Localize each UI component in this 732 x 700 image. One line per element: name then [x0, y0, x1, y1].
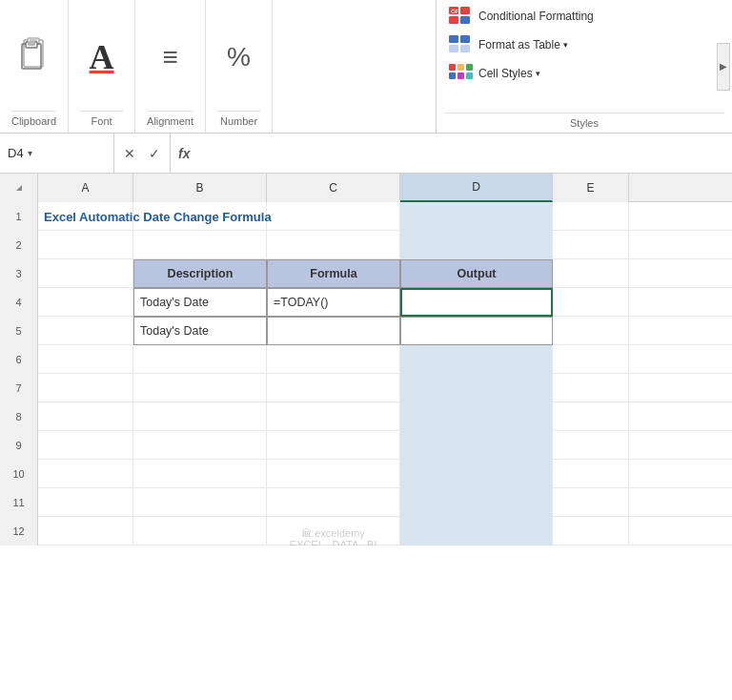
cell-e1[interactable] — [553, 202, 629, 231]
row-header-3: 3 — [0, 259, 38, 288]
ribbon-group-alignment[interactable]: ≡ Alignment — [135, 0, 206, 133]
ribbon-group-clipboard[interactable]: Clipboard — [0, 0, 69, 133]
conditional-formatting-button[interactable]: CF Conditional Formatting — [444, 4, 724, 29]
cell-c8[interactable] — [267, 402, 400, 431]
cell-b2[interactable] — [133, 231, 267, 259]
cell-b10[interactable] — [133, 460, 267, 488]
ribbon-group-number[interactable]: % Number — [206, 0, 273, 133]
name-box[interactable]: D4 ▾ — [0, 134, 114, 173]
cell-b8[interactable] — [133, 402, 267, 431]
cell-a8[interactable] — [38, 402, 133, 431]
cell-e11[interactable] — [553, 488, 629, 517]
cell-d7[interactable] — [400, 374, 553, 402]
cell-c10[interactable] — [267, 460, 400, 488]
cell-c4[interactable]: =TODAY() — [267, 288, 400, 317]
cell-c9[interactable] — [267, 431, 400, 460]
alignment-label: Alignment — [147, 111, 193, 129]
col-header-c[interactable]: C — [267, 174, 400, 202]
cell-b7[interactable] — [133, 374, 267, 402]
table-row: 11 — [0, 488, 732, 517]
cell-d5[interactable] — [400, 317, 553, 345]
cell-d12[interactable] — [400, 517, 553, 546]
cell-e5[interactable] — [553, 317, 629, 345]
row-header-6: 6 — [0, 345, 38, 374]
col-header-d[interactable]: D — [400, 174, 553, 202]
cell-a9[interactable] — [38, 431, 133, 460]
cell-c6[interactable] — [267, 345, 400, 374]
cell-c11[interactable] — [267, 488, 400, 517]
cell-d4[interactable] — [400, 288, 553, 317]
cell-b6[interactable] — [133, 345, 267, 374]
cell-c3[interactable]: Formula — [267, 259, 400, 288]
font-label: Font — [80, 111, 123, 129]
ribbon-expand-button[interactable]: ▶ — [717, 43, 730, 91]
row-header-12: 12 — [0, 517, 38, 546]
format-as-table-label: Format as Table — [478, 38, 568, 51]
ribbon-left: Clipboard A Font ≡ Alignment % Number — [0, 0, 437, 133]
name-box-chevron-icon: ▾ — [28, 148, 32, 158]
cell-e12[interactable] — [553, 517, 629, 546]
table-row: 3 Description Formula Output — [0, 259, 732, 288]
styles-items: CF Conditional Formatting Format as Tabl… — [444, 4, 724, 113]
cell-d11[interactable] — [400, 488, 553, 517]
cell-e10[interactable] — [553, 460, 629, 488]
confirm-formula-button[interactable]: ✓ — [145, 146, 164, 161]
cell-d3[interactable]: Output — [400, 259, 553, 288]
table-row: 7 — [0, 374, 732, 402]
cell-c1[interactable] — [267, 202, 400, 231]
font-content: A — [90, 4, 114, 111]
cell-d6[interactable] — [400, 345, 553, 374]
cell-e7[interactable] — [553, 374, 629, 402]
cell-c7[interactable] — [267, 374, 400, 402]
cell-c2[interactable] — [267, 231, 400, 259]
cell-b3[interactable]: Description — [133, 259, 267, 288]
cell-a5[interactable] — [38, 317, 133, 345]
format-as-table-icon — [448, 34, 473, 55]
watermark-line2: EXCEL · DATA · BI — [290, 539, 377, 546]
cell-b9[interactable] — [133, 431, 267, 460]
cell-c5[interactable] — [267, 317, 400, 345]
cell-b4[interactable]: Today's Date — [133, 288, 267, 317]
cell-a3[interactable] — [38, 259, 133, 288]
row-header-4: 4 — [0, 288, 38, 317]
table-row: 4 Today's Date =TODAY() — [0, 288, 732, 317]
table-row: 5 Today's Date — [0, 317, 732, 345]
col-header-e[interactable]: E — [553, 174, 629, 202]
cell-e9[interactable] — [553, 431, 629, 460]
cell-a7[interactable] — [38, 374, 133, 402]
formula-input[interactable] — [197, 134, 732, 173]
format-as-table-button[interactable]: Format as Table — [444, 32, 724, 57]
spreadsheet: A B C D E 1 Excel Automatic Date Change … — [0, 174, 732, 700]
row-header-11: 11 — [0, 488, 38, 517]
ribbon-group-font[interactable]: A Font — [69, 0, 135, 133]
cell-a1[interactable]: Excel Automatic Date Change Formula — [38, 202, 133, 231]
cell-d10[interactable] — [400, 460, 553, 488]
cell-e8[interactable] — [553, 402, 629, 431]
col-header-a[interactable]: A — [38, 174, 133, 202]
cell-styles-button[interactable]: Cell Styles — [444, 61, 724, 86]
cell-b5[interactable]: Today's Date — [133, 317, 267, 345]
cell-d8[interactable] — [400, 402, 553, 431]
cell-a6[interactable] — [38, 345, 133, 374]
cell-e3[interactable] — [553, 259, 629, 288]
cell-a4[interactable] — [38, 288, 133, 317]
col-header-b[interactable]: B — [133, 174, 267, 202]
row-header-5: 5 — [0, 317, 38, 345]
cell-e2[interactable] — [553, 231, 629, 259]
cancel-formula-button[interactable]: ✕ — [120, 146, 139, 161]
cell-a10[interactable] — [38, 460, 133, 488]
cell-b11[interactable] — [133, 488, 267, 517]
cell-a2[interactable] — [38, 231, 133, 259]
cell-a12[interactable] — [38, 517, 133, 546]
row-header-9: 9 — [0, 431, 38, 460]
cell-e4[interactable] — [553, 288, 629, 317]
cell-a11[interactable] — [38, 488, 133, 517]
cell-d1[interactable] — [400, 202, 553, 231]
cell-d9[interactable] — [400, 431, 553, 460]
cell-c12[interactable]: 🏛 exceldemy EXCEL · DATA · BI — [267, 517, 400, 546]
cell-b12[interactable] — [133, 517, 267, 546]
table-row: 10 — [0, 460, 732, 488]
cell-c3-value: Formula — [310, 267, 356, 280]
cell-d2[interactable] — [400, 231, 553, 259]
cell-e6[interactable] — [553, 345, 629, 374]
